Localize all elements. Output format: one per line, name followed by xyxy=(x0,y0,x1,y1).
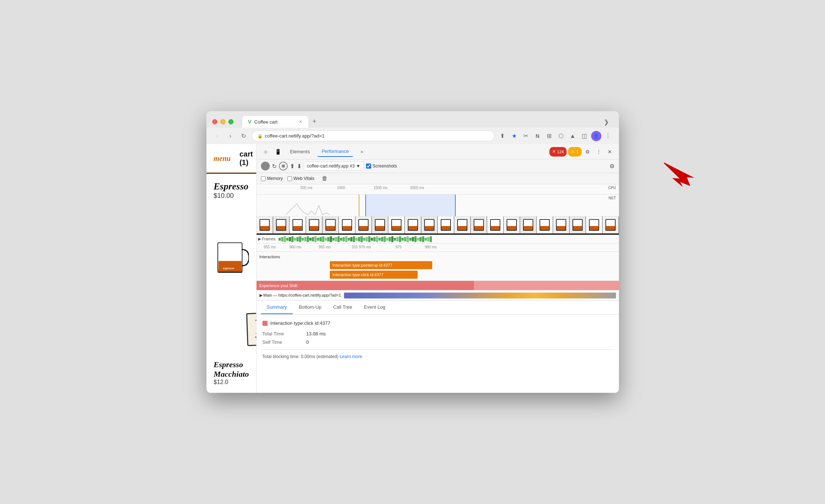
web-vitals-option[interactable]: Web Vitals xyxy=(287,176,314,181)
devtools-inspect-button[interactable]: ⊹ xyxy=(261,147,270,157)
tab-more[interactable]: » xyxy=(356,147,367,157)
tab-call-tree[interactable]: Call Tree xyxy=(327,301,358,314)
frame-tick xyxy=(417,238,419,241)
frame-tick xyxy=(279,238,281,241)
screenshots-checkbox[interactable] xyxy=(366,163,371,169)
reload-record-button[interactable]: ↻ xyxy=(272,163,277,170)
screenshot-thumb[interactable] xyxy=(405,217,421,233)
main-thread-row[interactable]: ▶ Main — https://coffee-cart.netlify.app… xyxy=(257,290,619,301)
record-button[interactable] xyxy=(261,162,270,170)
frame-tick xyxy=(399,236,401,242)
url-text: coffee-cart.netlify.app/?ad=1 xyxy=(265,133,325,139)
close-button[interactable] xyxy=(212,119,217,124)
frame-tick xyxy=(422,236,424,242)
extensions-button[interactable]: ⬡ xyxy=(556,131,566,141)
devtools-close-button[interactable]: ✕ xyxy=(605,147,615,157)
tab-elements[interactable]: Elements xyxy=(286,147,314,157)
new-tab-button[interactable]: + xyxy=(308,116,321,128)
screenshot-thumb[interactable] xyxy=(355,217,372,233)
layers-button[interactable]: ▲ xyxy=(568,131,578,141)
timeline-ruler: 500 ms 1000 1500 ms 2000 ms CPU xyxy=(257,184,619,195)
web-vitals-checkbox[interactable] xyxy=(287,176,292,181)
frame-tick xyxy=(345,236,347,242)
screenshot-thumb[interactable] xyxy=(372,217,388,233)
summary-divider xyxy=(262,349,613,350)
screenshot-thumb[interactable] xyxy=(520,217,537,233)
stop-button[interactable] xyxy=(279,162,288,170)
screenshot-thumb[interactable] xyxy=(553,217,570,233)
summary-blocking-row: Total blocking time: 0.00ms (estimated) … xyxy=(262,354,613,359)
active-tab[interactable]: V Coffee cart ✕ xyxy=(242,116,308,128)
reload-button[interactable]: ↻ xyxy=(239,131,249,141)
screenshot-thumb[interactable] xyxy=(290,217,306,233)
interaction-pointerup-bar[interactable]: Interaction type:pointerup id:4377 xyxy=(330,261,432,269)
memory-option[interactable]: Memory xyxy=(261,176,283,181)
screenshot-thumb[interactable] xyxy=(438,217,454,233)
screenshot-thumb[interactable] xyxy=(421,217,438,233)
screenshot-thumb[interactable] xyxy=(570,217,586,233)
screenshot-thumb[interactable] xyxy=(339,217,355,233)
tab-close-button[interactable]: ✕ xyxy=(299,119,302,124)
notion-button[interactable]: N xyxy=(533,131,543,141)
url-bar[interactable]: 🔒 coffee-cart.netlify.app/?ad=1 xyxy=(252,131,494,141)
svg-text:espresso: espresso xyxy=(223,266,234,270)
share-button[interactable]: ⬆ xyxy=(497,131,508,141)
screenshot-thumb[interactable] xyxy=(257,217,273,233)
perf-settings-button[interactable]: ⚙ xyxy=(609,163,615,170)
interaction-click-bar[interactable]: Interaction type:click id:4377 xyxy=(330,271,418,279)
learn-more-link[interactable]: Learn more xyxy=(340,354,362,359)
cpu-activity-area[interactable]: NET xyxy=(257,195,619,217)
coffee-name: Espresso xyxy=(214,181,249,192)
error-badge[interactable]: ✕ 124 xyxy=(549,147,567,157)
screenshot-thumb[interactable] xyxy=(504,217,520,233)
devtools-more-button[interactable]: ⋮ xyxy=(594,147,604,157)
back-button[interactable]: ‹ xyxy=(212,131,223,141)
devtools-device-button[interactable]: 📱 xyxy=(273,147,283,157)
cut-button[interactable]: ✂ xyxy=(521,131,531,141)
bookmark-button[interactable]: ★ xyxy=(509,131,519,141)
nav-cart-link[interactable]: cart (1) xyxy=(239,150,253,167)
warn-count: 1 xyxy=(576,150,578,154)
forward-button[interactable]: › xyxy=(225,131,236,141)
session-name: coffee-cart.netlify.app #3 xyxy=(307,163,355,169)
frame-tick xyxy=(358,237,360,241)
chrome-menu-button[interactable]: ⋮ xyxy=(603,131,613,141)
upload-button[interactable]: ⬆ xyxy=(290,163,295,170)
profile-avatar[interactable]: 👤 xyxy=(591,131,601,141)
tab-performance[interactable]: Performance xyxy=(317,146,353,157)
frame-tick xyxy=(366,237,368,241)
download-button[interactable]: ⬇ xyxy=(297,163,302,170)
clear-button[interactable]: 🗑 xyxy=(322,175,328,182)
devtools-settings-button[interactable]: ⚙ xyxy=(583,147,593,157)
session-selector[interactable]: coffee-cart.netlify.app #3 ▼ xyxy=(304,162,364,170)
grid-button[interactable]: ⊞ xyxy=(544,131,555,141)
tab-event-log[interactable]: Event Log xyxy=(358,301,391,314)
split-button[interactable]: ◫ xyxy=(579,131,590,141)
minimize-button[interactable] xyxy=(220,119,225,124)
tab-overflow-button[interactable]: ❯ xyxy=(600,116,613,128)
timeline-selection[interactable] xyxy=(365,195,456,216)
frame-tick xyxy=(407,236,409,242)
time-500ms: 500 ms xyxy=(300,186,313,190)
memory-checkbox[interactable] xyxy=(261,176,266,181)
svg-rect-3 xyxy=(218,272,242,272)
screenshot-thumb[interactable] xyxy=(273,217,290,233)
warn-badge[interactable]: ⚠ 1 xyxy=(568,147,581,157)
screenshot-thumb[interactable] xyxy=(306,217,322,233)
screenshot-thumb[interactable] xyxy=(322,217,339,233)
screenshot-thumb[interactable] xyxy=(537,217,553,233)
screenshot-thumb[interactable] xyxy=(471,217,487,233)
devtools-header: ⊹ 📱 Elements Performance » ✕ 124 ⚠ 1 ⚙ ⋮ xyxy=(257,144,619,159)
frame-tick xyxy=(404,237,406,241)
screenshot-thumb[interactable] xyxy=(602,217,619,233)
screenshot-thumb[interactable] xyxy=(487,217,504,233)
frame-tick xyxy=(389,237,391,241)
tab-bottom-up[interactable]: Bottom-Up xyxy=(293,301,327,314)
screenshot-thumb[interactable] xyxy=(454,217,471,233)
frame-tick xyxy=(409,238,411,241)
screenshot-thumb[interactable] xyxy=(388,217,405,233)
nav-menu-link[interactable]: menu xyxy=(214,154,231,163)
maximize-button[interactable] xyxy=(228,119,234,124)
tab-summary[interactable]: Summary xyxy=(261,301,293,314)
screenshot-thumb[interactable] xyxy=(586,217,602,233)
